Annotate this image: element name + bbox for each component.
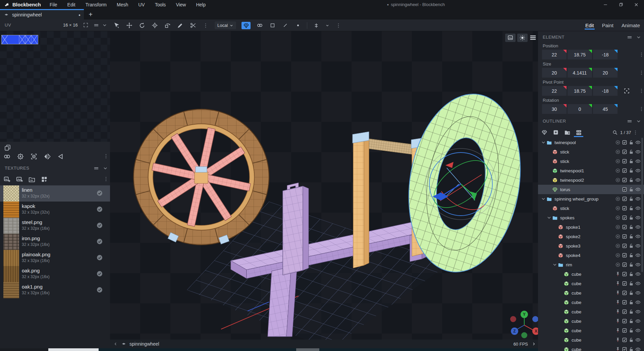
element-input-x[interactable]: 22 <box>542 50 567 59</box>
lock-icon[interactable] <box>629 196 634 202</box>
pin-icon[interactable] <box>615 318 621 324</box>
texture-row[interactable]: linen 32 x 32px (32x) <box>0 185 110 202</box>
eye-icon[interactable] <box>635 196 641 202</box>
lock-icon[interactable] <box>629 318 634 324</box>
project-cube-icon[interactable] <box>30 153 38 160</box>
uv-editor-canvas[interactable] <box>0 31 110 142</box>
scissors-tool-button[interactable] <box>189 22 197 29</box>
element-input-x[interactable]: 22 <box>542 86 567 96</box>
check-icon[interactable] <box>622 234 627 239</box>
lock-icon[interactable] <box>629 206 634 211</box>
lock-icon[interactable] <box>629 187 634 192</box>
outliner-view-toggle[interactable] <box>575 128 582 137</box>
remove-icon[interactable] <box>615 224 621 230</box>
texture-enabled-icon[interactable] <box>96 238 103 245</box>
element-group-menu-icon[interactable] <box>639 106 644 112</box>
lock-icon[interactable] <box>629 253 634 258</box>
eye-icon[interactable] <box>635 177 641 183</box>
outliner-collapse-icon[interactable] <box>636 119 641 124</box>
lock-icon[interactable] <box>629 224 634 230</box>
eye-icon[interactable] <box>635 262 641 267</box>
auto-uv-icon[interactable] <box>17 153 24 160</box>
lock-icon[interactable] <box>629 281 634 286</box>
outliner-row[interactable]: torus <box>538 185 644 194</box>
eye-icon[interactable] <box>635 168 641 173</box>
check-icon[interactable] <box>622 224 627 230</box>
project-tab[interactable]: spinningwheel ● <box>0 9 84 19</box>
vertex-snap-tool-button[interactable] <box>164 22 171 29</box>
check-icon[interactable] <box>622 206 627 211</box>
view-axis-gizmo[interactable]: Y X Z <box>510 311 538 338</box>
check-icon[interactable] <box>622 215 627 220</box>
app-brand[interactable]: Blockbench <box>0 2 46 7</box>
check-icon[interactable] <box>622 177 627 183</box>
outliner-row[interactable]: twinespool <box>538 138 644 147</box>
create-texture-icon[interactable] <box>16 176 23 183</box>
remove-icon[interactable] <box>615 243 621 249</box>
lock-icon[interactable] <box>629 168 634 173</box>
check-icon[interactable] <box>622 281 627 286</box>
check-icon[interactable] <box>622 253 627 258</box>
pin-icon[interactable] <box>615 337 621 343</box>
eye-icon[interactable] <box>635 281 641 286</box>
daylight-toggle-button[interactable] <box>517 34 528 42</box>
outliner-row[interactable]: cube <box>538 316 644 326</box>
element-input-x[interactable]: 30 <box>542 104 567 114</box>
mirror-uv-icon[interactable] <box>44 153 51 160</box>
outliner-row[interactable]: twinespool2 <box>538 175 644 185</box>
texture-enabled-icon[interactable] <box>96 254 103 261</box>
seam-tool-button[interactable] <box>313 22 320 29</box>
lock-icon[interactable] <box>629 215 634 220</box>
check-icon[interactable] <box>622 309 627 314</box>
outliner-row[interactable]: spinning wheel_group <box>538 194 644 204</box>
check-icon[interactable] <box>622 262 627 267</box>
lock-icon[interactable] <box>629 290 634 296</box>
pin-icon[interactable] <box>615 300 621 305</box>
lock-icon[interactable] <box>629 140 634 145</box>
rotate-tool-button[interactable] <box>138 22 146 29</box>
remove-icon[interactable] <box>615 140 621 145</box>
texture-enabled-icon[interactable] <box>96 270 103 277</box>
element-input-y[interactable]: 18.75 <box>568 86 592 96</box>
lock-icon[interactable] <box>629 347 634 351</box>
menu-edit[interactable]: Edit <box>63 1 79 8</box>
selection-mode-line-button[interactable] <box>281 22 289 29</box>
element-input-z[interactable]: -18 <box>593 50 618 59</box>
outliner-chevron-icon[interactable] <box>541 196 546 202</box>
eye-icon[interactable] <box>635 318 641 324</box>
eye-icon[interactable] <box>635 159 641 164</box>
textures-collapse-icon[interactable] <box>103 165 108 171</box>
check-icon[interactable] <box>622 149 627 155</box>
texture-row[interactable]: kapok 32 x 32px (32x) <box>0 202 110 218</box>
element-input-y[interactable]: 0 <box>568 104 592 114</box>
remove-icon[interactable] <box>615 262 621 267</box>
pin-icon[interactable] <box>615 281 621 286</box>
outliner-row[interactable]: spokes <box>538 213 644 222</box>
lock-icon[interactable] <box>629 328 634 333</box>
outliner-chevron-icon[interactable] <box>546 215 552 220</box>
outliner-row[interactable]: cube <box>538 307 644 316</box>
remove-icon[interactable] <box>615 177 621 183</box>
outliner-search-icon[interactable] <box>611 128 619 137</box>
import-texture-icon[interactable] <box>3 176 11 183</box>
eye-icon[interactable] <box>635 337 641 343</box>
texture-row[interactable]: oak1.png 32 x 32px (16x) <box>0 282 110 298</box>
eye-icon[interactable] <box>635 347 641 351</box>
element-collapse-icon[interactable] <box>636 35 641 40</box>
palette-icon[interactable] <box>41 176 48 183</box>
outliner-row[interactable]: stick <box>538 147 644 157</box>
outliner-row[interactable]: spoke4 <box>538 251 644 260</box>
element-input-y[interactable]: 18.75 <box>568 50 592 59</box>
outliner-chevron-icon[interactable] <box>541 140 546 145</box>
lock-icon[interactable] <box>629 234 634 239</box>
check-icon[interactable] <box>622 328 627 333</box>
add-group-button[interactable] <box>564 128 571 137</box>
uv-grid-size[interactable]: 16 × 16 <box>63 23 78 28</box>
eye-icon[interactable] <box>635 187 641 192</box>
outliner-row[interactable]: rim <box>538 260 644 269</box>
outliner-row[interactable]: cube <box>538 269 644 279</box>
eye-icon[interactable] <box>635 300 641 305</box>
eye-icon[interactable] <box>635 215 641 220</box>
pivot-tool-button[interactable] <box>151 22 158 29</box>
element-group-menu-icon[interactable] <box>639 88 644 93</box>
